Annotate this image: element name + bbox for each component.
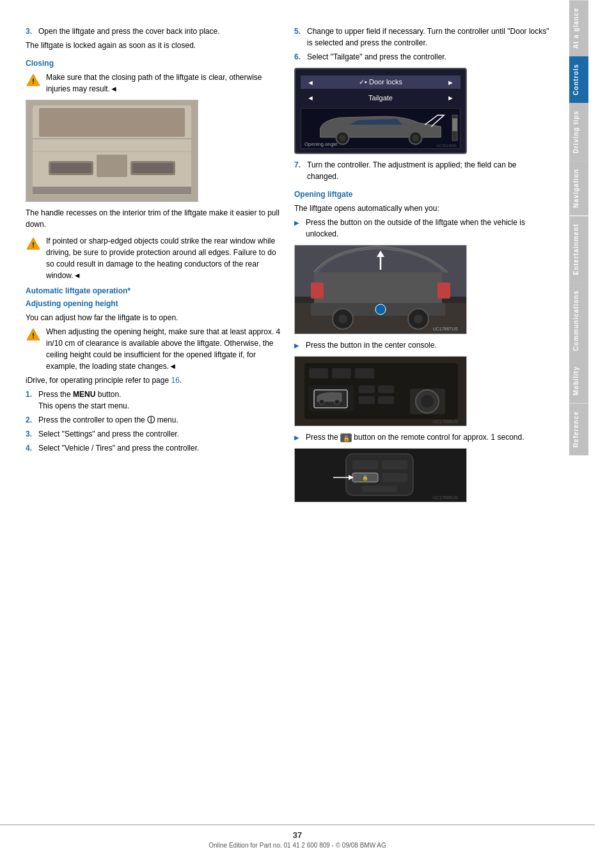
idrive-ref-text: iDrive, for operating principle refer to… [26, 375, 281, 386]
opening-liftgate-intro: The liftgate opens automatically when yo… [294, 203, 550, 214]
footer-text: Online Edition for Part no. 01 41 2 600 … [0, 842, 595, 849]
step-3-item: 3. Open the liftgate and press the cover… [26, 26, 281, 37]
bullet-3-item: ▶ Press the 🔒 button on the remote contr… [294, 431, 550, 443]
step-3b-text: Select "Settings" and press the controll… [38, 428, 179, 440]
step-6-num: 6. [294, 51, 303, 63]
step-4-item: 4. Select "Vehicle / Tires" and press th… [26, 442, 281, 454]
sidebar-tab-entertainment[interactable]: Entertainment [569, 216, 588, 283]
screen-tailgate-label: Tailgate [368, 94, 393, 102]
svg-rect-4 [39, 108, 185, 137]
adjusting-heading: Adjusting opening height [26, 299, 281, 308]
sidebar-tab-reference[interactable]: Reference [569, 403, 588, 455]
bullet-1-text: Press the button on the outside of the l… [306, 217, 550, 240]
step-5-item: 5. Change to upper field if necessary. T… [294, 26, 550, 49]
bullet-2-text: Press the button in the center console. [306, 339, 437, 351]
svg-rect-34 [437, 283, 450, 298]
closing-warning-block: ! Make sure that the closing path of the… [26, 72, 281, 95]
step-3-text: Open the liftgate and press the cover ba… [38, 26, 220, 37]
adjust-warning-text: When adjusting the opening height, make … [46, 326, 281, 372]
svg-text:🔒: 🔒 [362, 474, 368, 481]
svg-point-51 [319, 399, 324, 405]
adjust-warning-block: ! When adjusting the opening height, mak… [26, 326, 281, 372]
sidebar-tab-driving-tips[interactable]: Driving tips [569, 103, 588, 161]
step-5-text: Change to upper field if necessary. Turn… [307, 26, 550, 49]
step-4-num: 4. [26, 442, 35, 454]
svg-rect-33 [311, 283, 324, 298]
svg-point-36 [338, 314, 347, 323]
step-7-text: Turn the controller. The adjustment is a… [307, 159, 550, 182]
sidebar-tab-navigation[interactable]: Navigation [569, 161, 588, 215]
bullet-arrow-3: ▶ [294, 433, 301, 443]
step-6-item: 6. Select "Tailgate" and press the contr… [294, 51, 550, 63]
svg-point-22 [413, 135, 419, 141]
svg-rect-65 [382, 473, 407, 482]
svg-rect-62 [382, 460, 407, 469]
screen-row-door-locks: ◄ ✓▪ Door locks ► [301, 75, 460, 89]
svg-rect-61 [352, 460, 378, 469]
sharp-objects-text: If pointed or sharp-edged objects could … [46, 235, 281, 281]
svg-rect-56 [378, 396, 394, 404]
svg-point-45 [421, 395, 434, 408]
step-2-num: 2. [26, 414, 35, 426]
auto-liftgate-heading: Automatic liftgate operation* [26, 286, 281, 295]
step-1-item: 1. Press the MENU button.This opens the … [26, 389, 281, 412]
svg-point-52 [335, 399, 340, 405]
svg-rect-24 [452, 118, 457, 131]
bullet-3-text: Press the 🔒 button on the remote control… [306, 431, 524, 443]
bullet-arrow-1: ▶ [294, 218, 301, 240]
svg-rect-46 [309, 368, 328, 378]
screen-arrow-left-2: ◄ [307, 94, 314, 102]
bullet-arrow-2: ▶ [294, 341, 301, 351]
liftgate-interior-image: UC25645US [26, 100, 198, 202]
step-7-num: 7. [294, 159, 303, 182]
step-3-number: 3. [26, 26, 35, 37]
svg-text:UC17868US: UC17868US [433, 419, 459, 424]
door-locks-screen: ◄ ✓▪ Door locks ► ◄ Tailgate ► [294, 68, 467, 154]
screen-row-tailgate: ◄ Tailgate ► [301, 91, 460, 104]
warning-triangle-icon-3: ! [26, 327, 41, 343]
svg-text:UC2514681: UC2514681 [436, 144, 457, 148]
page-footer: 37 Online Edition for Part no. 01 41 2 6… [0, 825, 595, 849]
sharp-objects-warning-block: ! If pointed or sharp-edged objects coul… [26, 235, 281, 281]
step-2-item: 2. Press the controller to open the ⓘ me… [26, 414, 281, 426]
svg-point-39 [375, 304, 386, 314]
svg-rect-6 [51, 163, 91, 173]
svg-text:Opening angle: Opening angle [304, 141, 338, 147]
sidebar: At a glance Controls Driving tips Naviga… [569, 0, 588, 868]
adjust-intro-text: You can adjust how far the liftgate is t… [26, 312, 281, 323]
closing-heading: Closing [26, 59, 281, 68]
center-console-image: UC17868US [294, 356, 467, 426]
sidebar-tab-at-glance[interactable]: At a glance [569, 0, 588, 56]
bullet-2-item: ▶ Press the button in the center console… [294, 339, 550, 351]
svg-rect-47 [332, 368, 351, 378]
idrive-page-link[interactable]: 16 [171, 376, 179, 385]
screen-arrow-left-1: ◄ [307, 79, 314, 86]
screen-car-display: Opening angle UC2514681 [301, 108, 460, 149]
svg-text:!: ! [32, 332, 35, 339]
svg-rect-9 [97, 155, 127, 177]
sidebar-tab-controls[interactable]: Controls [569, 56, 588, 103]
svg-rect-8 [132, 163, 173, 173]
locked-text: The liftgate is locked again as soon as … [26, 40, 281, 51]
bullet-1-item: ▶ Press the button on the outside of the… [294, 217, 550, 240]
liftgate-caption: The handle recesses on the interior trim… [26, 207, 281, 230]
svg-point-20 [340, 135, 346, 141]
screen-arrow-right-2: ► [447, 94, 454, 102]
svg-text:!: ! [32, 77, 35, 85]
step-2-text: Press the controller to open the ⓘ menu. [38, 414, 178, 426]
step-4-text: Select "Vehicle / Tires" and press the c… [38, 442, 199, 454]
svg-rect-66 [362, 486, 397, 492]
svg-text:!: ! [32, 241, 35, 249]
sidebar-tab-mobility[interactable]: Mobility [569, 359, 588, 403]
svg-rect-12 [33, 187, 191, 194]
step-1-text: Press the MENU button.This opens the sta… [38, 389, 129, 412]
step-1-num: 1. [26, 389, 35, 412]
warning-triangle-icon-2: ! [26, 236, 41, 252]
screen-door-locks-label: ✓▪ Door locks [359, 78, 402, 86]
sidebar-tab-communications[interactable]: Communications [569, 283, 588, 359]
svg-rect-48 [355, 368, 374, 378]
svg-text:UC25645US: UC25645US [161, 196, 187, 200]
svg-text:UC17869US: UC17869US [433, 495, 459, 500]
opening-liftgate-heading: Opening liftgate [294, 190, 550, 199]
step-7-item: 7. Turn the controller. The adjustment i… [294, 159, 550, 182]
